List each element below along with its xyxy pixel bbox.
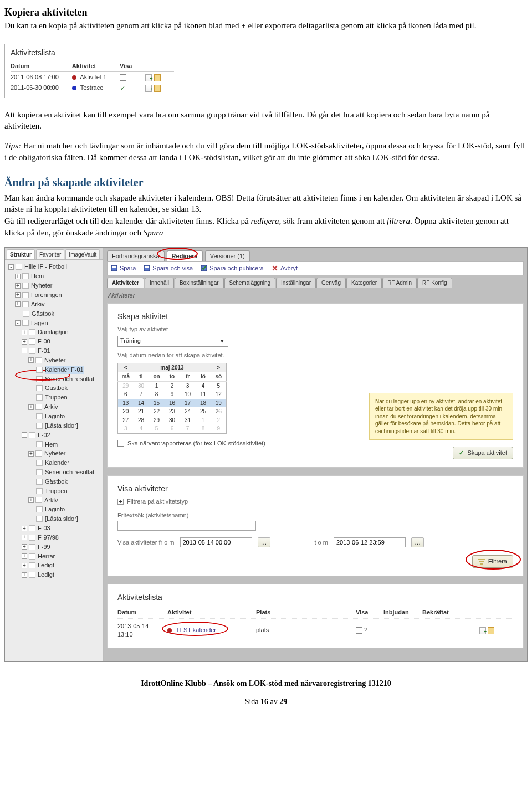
date-from-input[interactable]: [180, 537, 252, 547]
filter-button[interactable]: Filtrera: [472, 555, 513, 568]
cancel-button[interactable]: Avbryt: [272, 264, 298, 273]
calendar-day[interactable]: 4: [196, 381, 211, 390]
tree-item[interactable]: Serier och resultat: [5, 375, 103, 384]
tree-item[interactable]: -F-01: [5, 346, 103, 356]
calendar-day[interactable]: 4: [134, 424, 149, 433]
calendar-day[interactable]: 6: [165, 424, 180, 433]
calendar-day[interactable]: 12: [211, 390, 227, 399]
calendar-day[interactable]: 1: [149, 381, 165, 390]
calendar-day[interactable]: 16: [165, 399, 180, 408]
tree-item[interactable]: -F-02: [5, 430, 103, 440]
calendar-day[interactable]: 9: [211, 424, 227, 433]
tree-item[interactable]: +Herrar: [5, 552, 103, 561]
tree-item[interactable]: +Arkiv: [5, 300, 103, 309]
search-input[interactable]: [117, 521, 256, 531]
tree-item[interactable]: +Arkiv: [5, 402, 103, 412]
calendar-day[interactable]: 25: [196, 407, 211, 416]
create-activity-button[interactable]: Skapa aktivitet: [453, 447, 513, 459]
table-row[interactable]: 2011-06-08 17:00 Aktivitet 1: [11, 72, 174, 83]
tree-item[interactable]: Gästbok: [5, 383, 103, 393]
calendar-day[interactable]: 3: [180, 381, 196, 390]
collapse-icon[interactable]: -: [22, 432, 27, 438]
table-row[interactable]: 2011-06-30 00:00 Testrace: [11, 83, 174, 93]
calendar-day[interactable]: 21: [134, 407, 149, 416]
expand-icon[interactable]: +: [22, 572, 27, 578]
calendar-day[interactable]: 1: [196, 416, 211, 425]
sidebar-tab-struktur[interactable]: Struktur: [7, 249, 35, 260]
expand-icon[interactable]: +: [22, 535, 27, 540]
save-and-show-button[interactable]: Spara och visa: [144, 264, 193, 273]
calendar-day[interactable]: 18: [196, 399, 211, 408]
tree-item[interactable]: +Föreningen: [5, 290, 103, 300]
tree-item[interactable]: Truppen: [5, 486, 103, 496]
tree-item[interactable]: Gästbok: [5, 477, 103, 486]
calendar-prev[interactable]: <: [118, 363, 134, 372]
tree-item[interactable]: +Nyheter: [5, 356, 103, 365]
calendar-day[interactable]: 17: [180, 399, 196, 408]
copy-activity-icon[interactable]: [145, 85, 152, 92]
tree-item[interactable]: +Nyheter: [5, 449, 103, 458]
sub-tab[interactable]: Genväg: [316, 278, 346, 289]
help-icon[interactable]: ?: [364, 627, 367, 633]
tree-item[interactable]: +Damlag/jun: [5, 327, 103, 337]
calendar-day[interactable]: 28: [134, 416, 149, 425]
expand-icon[interactable]: +: [28, 404, 34, 410]
activity-type-select[interactable]: Träning ▾: [117, 336, 228, 347]
calendar-day[interactable]: 2: [165, 381, 180, 390]
expand-icon[interactable]: +: [15, 283, 21, 289]
sub-tab[interactable]: Boxinställningar: [175, 278, 224, 289]
calendar-day[interactable]: 5: [211, 381, 227, 390]
lokstod-checkbox[interactable]: [117, 440, 124, 447]
datepicker-to-button[interactable]: …: [411, 537, 424, 548]
expand-icon[interactable]: +: [28, 497, 34, 503]
calendar-day[interactable]: 7: [180, 424, 196, 433]
sub-tab[interactable]: Inställningar: [276, 278, 316, 289]
expand-icon[interactable]: +: [28, 357, 34, 363]
calendar-day[interactable]: 5: [149, 424, 165, 433]
tree-item[interactable]: Serier och resultat: [5, 468, 103, 477]
table-row[interactable]: 2013-05-14 13:10 TEST kalender plats ?: [117, 618, 513, 640]
calendar-day[interactable]: 23: [165, 407, 180, 416]
expand-icon[interactable]: +: [22, 544, 27, 550]
calendar-day[interactable]: 11: [196, 390, 211, 399]
calendar-day[interactable]: 9: [165, 390, 180, 399]
save-button[interactable]: Spara: [111, 264, 136, 273]
calendar-day[interactable]: 8: [149, 390, 165, 399]
tree-item[interactable]: Truppen: [5, 393, 103, 402]
expand-icon[interactable]: +: [22, 563, 27, 568]
calendar-next[interactable]: >: [211, 363, 227, 372]
export-participants-icon[interactable]: [154, 85, 161, 92]
sub-tab[interactable]: Kategorier: [346, 278, 382, 289]
calendar-day[interactable]: 13: [118, 399, 134, 408]
tree-item[interactable]: Kalender F-01: [5, 365, 103, 375]
tree-item[interactable]: +Arkiv: [5, 496, 103, 505]
tree-item[interactable]: [Låsta sidor]: [5, 421, 103, 430]
sub-tab[interactable]: Aktiviteter: [107, 278, 144, 289]
visa-checkbox[interactable]: [356, 627, 362, 634]
calendar-day[interactable]: 31: [180, 416, 196, 425]
calendar-day[interactable]: 22: [149, 407, 165, 416]
collapse-icon[interactable]: -: [8, 264, 14, 270]
sidebar-tab-favoriter[interactable]: Favoriter: [36, 249, 64, 260]
tree-item[interactable]: +F-99: [5, 542, 103, 552]
calendar-day[interactable]: 30: [165, 416, 180, 425]
calendar-day[interactable]: 20: [118, 407, 134, 416]
expand-icon[interactable]: +: [22, 526, 27, 531]
sub-tab[interactable]: Schemaläggning: [224, 278, 276, 289]
calendar-day[interactable]: 15: [149, 399, 165, 408]
calendar-day[interactable]: 30: [134, 381, 149, 390]
tree-item[interactable]: +Nyheter: [5, 281, 103, 290]
expand-icon[interactable]: +: [28, 451, 34, 457]
calendar[interactable]: < maj 2013 > måtiontofrlösö 293012345678…: [117, 363, 227, 434]
tree-item[interactable]: +Hem: [5, 271, 103, 281]
calendar-day[interactable]: 2: [211, 416, 227, 425]
copy-activity-icon[interactable]: [479, 627, 486, 634]
calendar-day[interactable]: 3: [118, 424, 134, 433]
calendar-day[interactable]: 7: [134, 390, 149, 399]
calendar-day[interactable]: 8: [196, 424, 211, 433]
calendar-day[interactable]: 27: [118, 416, 134, 425]
tree-item[interactable]: -Lagen: [5, 319, 103, 328]
sidebar-tab-imagevault[interactable]: ImageVault: [65, 249, 100, 260]
datepicker-from-button[interactable]: …: [258, 537, 270, 548]
expand-icon[interactable]: +: [15, 274, 21, 279]
